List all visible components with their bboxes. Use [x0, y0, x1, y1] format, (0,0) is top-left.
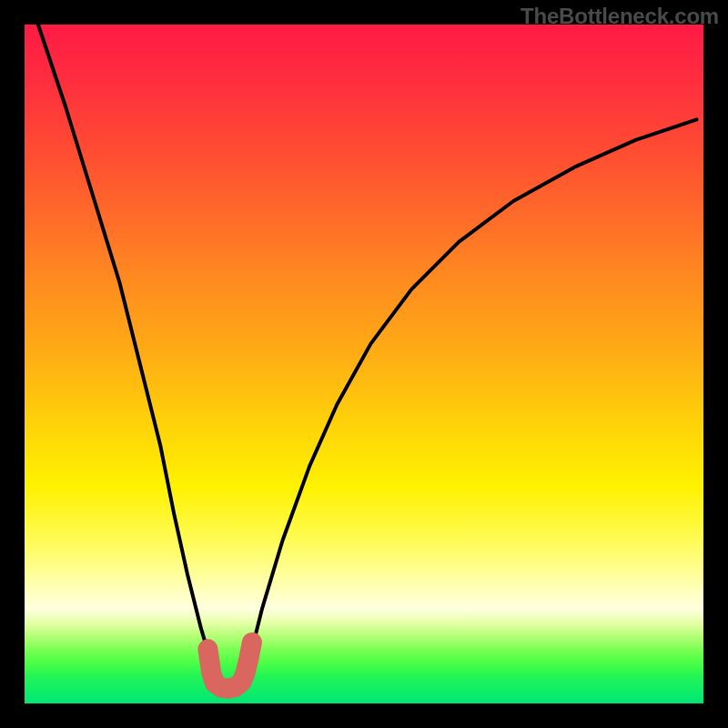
optimal-region-marker [207, 642, 252, 689]
bottleneck-curve [38, 25, 697, 689]
watermark-text: TheBottleneck.com [521, 4, 719, 29]
curve-layer [25, 25, 703, 703]
plot-area [25, 25, 703, 703]
chart-frame: TheBottleneck.com [0, 0, 728, 728]
watermark-label: TheBottleneck.com [521, 4, 719, 28]
